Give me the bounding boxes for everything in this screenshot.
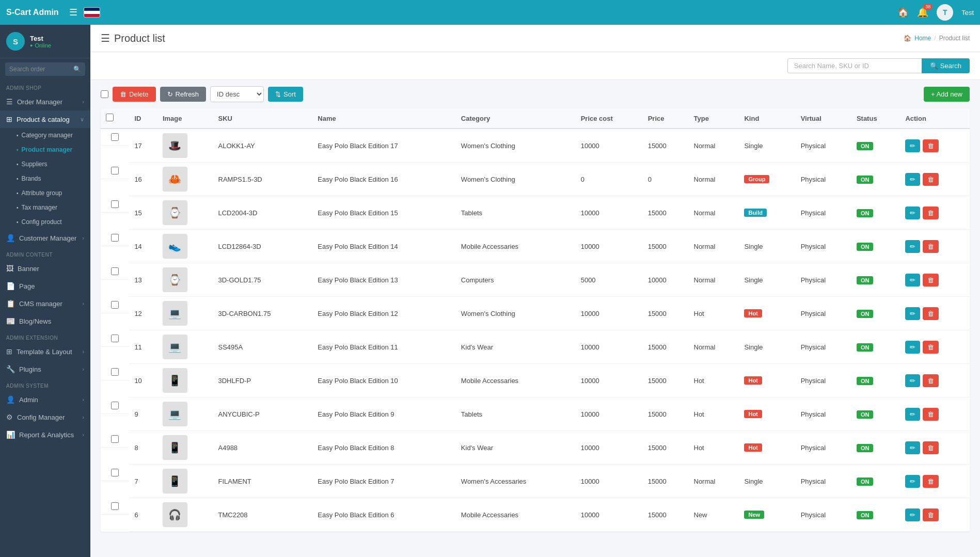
sidebar-sub-config-product[interactable]: • Config product [0,215,90,229]
cell-price: 15000 [643,465,689,498]
sidebar-item-report-analytics[interactable]: 📊 Report & Analytics › [0,426,90,443]
notification-bell-icon[interactable]: 🔔38 [917,7,928,18]
edit-button[interactable]: ✏ [905,408,920,421]
edit-button[interactable]: ✏ [905,173,920,186]
table-row: 16 🦀 RAMPS1.5-3D Easy Polo Black Edition… [101,163,970,196]
sidebar-sub-product-manager[interactable]: • Product manager [0,142,90,157]
row-checkbox[interactable] [111,234,119,242]
edit-button[interactable]: ✏ [905,206,920,219]
sidebar-item-cms-manager[interactable]: 📋 CMS manager › [0,295,90,312]
cell-price-cost: 10000 [576,397,643,431]
row-checkbox[interactable] [111,335,119,342]
cell-action: ✏ 🗑 [900,397,970,431]
sidebar-item-order-manager[interactable]: ☰ Order Manager › [0,93,90,110]
user-avatar[interactable]: T [937,4,953,21]
search-button[interactable]: 🔍 Search [922,58,970,73]
select-all-checkbox[interactable] [101,90,108,98]
cell-sku: A4988 [213,431,313,465]
sidebar-item-label-template: Template & Layout [17,348,72,356]
cell-sku: LCD12864-3D [213,230,313,263]
sidebar-item-admin[interactable]: 👤 Admin › [0,391,90,408]
edit-button[interactable]: ✏ [905,441,920,454]
home-icon[interactable]: 🏠 [897,7,909,18]
delete-row-button[interactable]: 🗑 [923,173,939,186]
cell-price: 15000 [643,129,689,163]
cell-kind: Single [739,263,795,297]
delete-row-button[interactable]: 🗑 [923,240,939,253]
hamburger-icon[interactable]: ☰ [69,7,77,18]
cell-virtual: Physical [796,196,851,230]
sort-select[interactable]: ID desc ID asc Name asc Name desc Price … [210,86,264,102]
product-search-input[interactable] [787,58,922,73]
delete-row-button[interactable]: 🗑 [923,274,939,287]
add-new-button[interactable]: + Add new [924,87,970,102]
cell-status: ON [851,465,900,498]
edit-button[interactable]: ✏ [905,475,920,488]
th-checkbox [101,108,129,129]
delete-row-button[interactable]: 🗑 [923,441,939,454]
edit-button[interactable]: ✏ [905,240,920,253]
language-flag[interactable] [84,7,100,18]
status-badge: ON [857,478,874,486]
delete-row-button[interactable]: 🗑 [923,139,939,152]
edit-button[interactable]: ✏ [905,374,920,387]
edit-button[interactable]: ✏ [905,307,920,320]
row-checkbox[interactable] [111,435,119,443]
sidebar-profile: S Test Online [0,25,90,58]
row-checkbox[interactable] [111,167,119,174]
row-checkbox[interactable] [111,469,119,476]
home-icon-breadcrumb: 🏠 [904,35,911,42]
delete-row-button[interactable]: 🗑 [923,475,939,488]
cms-icon: 📋 [6,299,15,308]
sidebar-sub-brands[interactable]: • Brands [0,171,90,186]
edit-button[interactable]: ✏ [905,274,920,287]
delete-row-button[interactable]: 🗑 [923,374,939,387]
sidebar-item-plugins[interactable]: 🔧 Plugins › [0,360,90,378]
th-action: Action [900,108,970,129]
cell-price-cost: 10000 [576,129,643,163]
edit-button[interactable]: ✏ [905,341,920,354]
cell-sku: FILAMENT [213,465,313,498]
row-checkbox[interactable] [111,200,119,208]
delete-row-button[interactable]: 🗑 [923,307,939,320]
row-checkbox[interactable] [111,301,119,309]
row-checkbox[interactable] [111,502,119,510]
header-checkbox[interactable] [106,114,114,121]
report-icon: 📊 [6,431,15,439]
admin-icon: 👤 [6,395,15,404]
chevron-right-icon: › [82,396,84,403]
cell-kind: Single [739,330,795,364]
refresh-button[interactable]: ↻ Refresh [160,87,207,102]
sidebar-sub-attribute-group[interactable]: • Attribute group [0,186,90,200]
cell-virtual: Physical [796,163,851,196]
edit-button[interactable]: ✏ [905,139,920,152]
row-checkbox[interactable] [111,133,119,141]
row-checkbox[interactable] [111,402,119,409]
delete-button[interactable]: 🗑 Delete [113,87,156,102]
cell-status: ON [851,498,900,532]
breadcrumb-home[interactable]: Home [914,35,931,42]
sidebar-item-config-manager[interactable]: ⚙ Config Manager › [0,408,90,426]
sidebar-sub-category-manager[interactable]: • Category manager [0,128,90,142]
sort-button[interactable]: ⇅ Sort [268,87,303,102]
row-checkbox[interactable] [111,267,119,275]
edit-button[interactable]: ✏ [905,508,920,521]
delete-row-button[interactable]: 🗑 [923,508,939,521]
sidebar-item-blog-news[interactable]: 📰 Blog/News [0,312,90,330]
sidebar-item-page[interactable]: 📄 Page [0,277,90,295]
delete-row-button[interactable]: 🗑 [923,408,939,421]
cell-category: Kid's Wear [456,330,576,364]
sidebar-item-template-layout[interactable]: ⊞ Template & Layout › [0,343,90,360]
sidebar-item-banner[interactable]: 🖼 Banner [0,260,90,277]
row-checkbox[interactable] [111,368,119,376]
product-catalog-icon: ⊞ [6,115,12,123]
sidebar-item-product-catalog[interactable]: ⊞ Product & catalog ∨ [0,110,90,128]
toolbar-search: 🔍 Search [787,58,970,73]
sidebar-sub-suppliers[interactable]: • Suppliers [0,157,90,171]
breadcrumb-separator: / [934,35,936,42]
sidebar-sub-tax-manager[interactable]: • Tax manager [0,200,90,215]
delete-row-button[interactable]: 🗑 [923,206,939,219]
sidebar-item-customer-manager[interactable]: 👤 Customer Manager › [0,229,90,247]
delete-row-button[interactable]: 🗑 [923,341,939,354]
cell-status: ON [851,163,900,196]
